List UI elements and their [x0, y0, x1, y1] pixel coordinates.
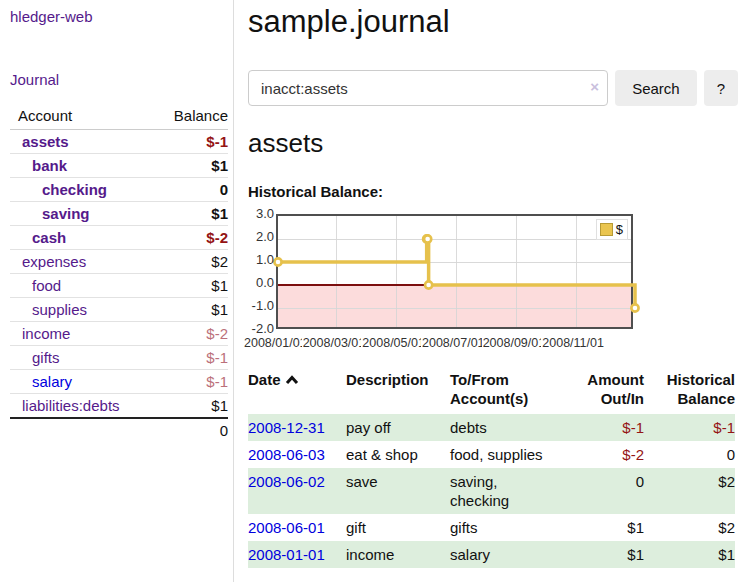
hledger-web-page: hledger-web Journal Account Balance asse…	[0, 0, 742, 582]
transaction-amount: $-1	[560, 414, 644, 441]
legend-label: $	[616, 222, 623, 237]
account-balance: $1	[149, 154, 228, 178]
chart-title: Historical Balance:	[248, 183, 738, 200]
column-description[interactable]: Description	[346, 370, 450, 414]
account-balance: $-1	[149, 130, 228, 154]
account-link-saving[interactable]: saving	[42, 205, 90, 222]
column-date[interactable]: Date	[248, 370, 346, 414]
search-form: × Search ?	[248, 70, 738, 106]
data-point-marker	[424, 235, 431, 242]
register-row: 2008-12-31 pay off debts $-1 $-1	[248, 414, 735, 441]
accounts-table: Account Balance assets $-1 bank $1 check…	[10, 104, 228, 442]
account-row: expenses $2	[10, 250, 228, 274]
column-amount[interactable]: Amount Out/In	[560, 370, 644, 414]
sort-asc-icon	[285, 370, 299, 389]
balance-series	[278, 216, 635, 331]
transaction-balance: $1	[644, 541, 735, 568]
data-point-marker	[425, 281, 432, 288]
sidebar-item-journal[interactable]: Journal	[10, 71, 59, 88]
column-accounts[interactable]: To/From Account(s)	[450, 370, 560, 414]
transaction-description: pay off	[346, 414, 450, 441]
account-row: assets $-1	[10, 130, 228, 154]
page-title: sample.journal	[248, 4, 738, 40]
help-button[interactable]: ?	[704, 70, 738, 106]
account-balance: $-1	[149, 370, 228, 394]
account-link-food[interactable]: food	[32, 277, 61, 294]
clear-search-icon[interactable]: ×	[590, 78, 599, 95]
account-link-gifts[interactable]: gifts	[32, 349, 60, 366]
account-balance: $2	[149, 250, 228, 274]
transaction-date-link[interactable]: 2008-06-03	[248, 446, 325, 463]
data-point-marker	[274, 258, 281, 265]
chart-legend: $	[596, 219, 628, 240]
account-link-salary[interactable]: salary	[32, 373, 72, 390]
account-link-checking[interactable]: checking	[42, 181, 107, 198]
transaction-description: save	[346, 468, 450, 514]
transaction-accounts: saving, checking	[450, 468, 560, 514]
transaction-accounts: food, supplies	[450, 441, 560, 468]
register-row: 2008-06-01 gift gifts $1 $2	[248, 514, 735, 541]
transaction-amount: $-2	[560, 441, 644, 468]
transaction-balance: $-1	[644, 414, 735, 441]
transaction-date-link[interactable]: 2008-06-02	[248, 473, 325, 490]
y-tick-label: -2.0	[248, 322, 274, 336]
transaction-date-link[interactable]: 2008-01-01	[248, 546, 325, 563]
register-row: 2008-06-03 eat & shop food, supplies $-2…	[248, 441, 735, 468]
account-row: checking 0	[10, 178, 228, 202]
transaction-description: eat & shop	[346, 441, 450, 468]
account-balance: $-2	[149, 322, 228, 346]
sidebar: hledger-web Journal Account Balance asse…	[0, 0, 234, 582]
account-row: supplies $1	[10, 298, 228, 322]
accounts-header-row: Account Balance	[10, 104, 228, 130]
y-tick-label: 1.0	[248, 253, 274, 267]
account-row: liabilities:debts $1	[10, 394, 228, 419]
transaction-balance: 0	[644, 441, 735, 468]
account-link-expenses[interactable]: expenses	[22, 253, 86, 270]
account-balance: $-1	[149, 346, 228, 370]
account-row: food $1	[10, 274, 228, 298]
transaction-amount: $1	[560, 514, 644, 541]
y-tick-label: 2.0	[248, 230, 274, 244]
account-link-cash[interactable]: cash	[32, 229, 66, 246]
account-balance: $1	[149, 298, 228, 322]
transaction-date-link[interactable]: 2008-06-01	[248, 519, 325, 536]
y-tick-label: -1.0	[248, 299, 274, 313]
balance-chart: $ 3.02.01.00.0-1.0-2.02008/01/012008/03/…	[248, 212, 738, 344]
transaction-accounts: salary	[450, 541, 560, 568]
account-link-assets[interactable]: assets	[22, 133, 69, 150]
account-link-liabilities-debts[interactable]: liabilities:debts	[22, 397, 120, 414]
main-content: sample.journal × Search ? assets Histori…	[248, 0, 738, 568]
account-row: bank $1	[10, 154, 228, 178]
y-tick-label: 3.0	[248, 207, 274, 221]
account-balance: $1	[149, 274, 228, 298]
accounts-header-balance: Balance	[149, 104, 228, 130]
account-link-income[interactable]: income	[22, 325, 70, 342]
account-row: gifts $-1	[10, 346, 228, 370]
register-row: 2008-06-02 save saving, checking 0 $2	[248, 468, 735, 514]
x-tick-label: 2008/11/01	[541, 336, 605, 350]
register-row: 2008-01-01 income salary $1 $1	[248, 541, 735, 568]
brand-link[interactable]: hledger-web	[10, 8, 93, 25]
data-point-marker	[631, 304, 638, 311]
account-link-supplies[interactable]: supplies	[32, 301, 87, 318]
account-balance: 0	[149, 178, 228, 202]
account-row: saving $1	[10, 202, 228, 226]
account-row: income $-2	[10, 322, 228, 346]
transaction-accounts: debts	[450, 414, 560, 441]
account-row: cash $-2	[10, 226, 228, 250]
x-tick-label: 2008/07/01	[421, 336, 486, 350]
transaction-description: gift	[346, 514, 450, 541]
account-heading: assets	[248, 128, 738, 159]
search-input[interactable]	[248, 70, 608, 106]
transaction-amount: 0	[560, 468, 644, 514]
x-tick-label: 2008/01/01	[243, 336, 308, 350]
account-link-bank[interactable]: bank	[32, 157, 67, 174]
register-header-row: Date Description To/From Account(s) Amou…	[248, 370, 735, 414]
accounts-header-account: Account	[10, 104, 149, 130]
search-button[interactable]: Search	[615, 70, 697, 106]
transaction-amount: $1	[560, 541, 644, 568]
transaction-date-link[interactable]: 2008-12-31	[248, 419, 325, 436]
chart-plot-area: $	[276, 214, 633, 329]
transaction-balance: $2	[644, 468, 735, 514]
column-balance[interactable]: Historical Balance	[644, 370, 735, 414]
